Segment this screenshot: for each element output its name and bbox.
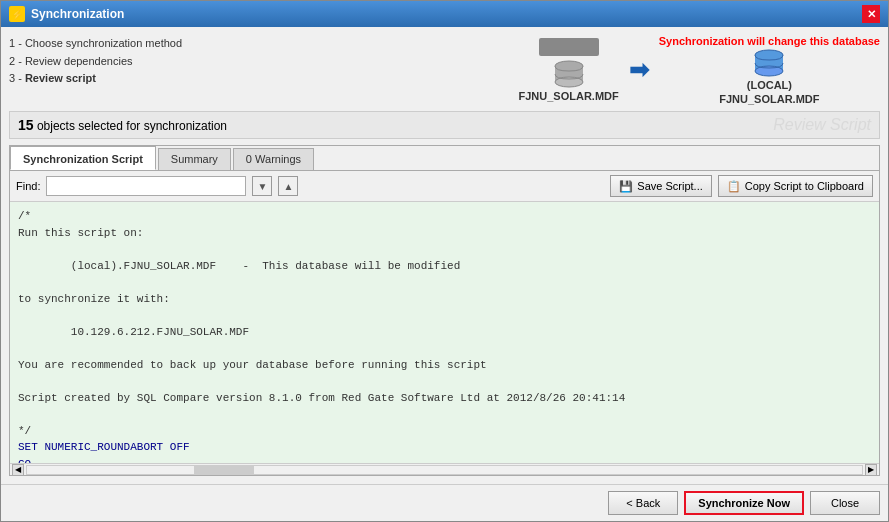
- script-line-15: SET NUMERIC_ROUNDABORT OFF: [18, 439, 871, 456]
- script-line-2: Run this script on:: [18, 225, 871, 242]
- window-icon: ⚡: [9, 6, 25, 22]
- script-line-1: /*: [18, 208, 871, 225]
- step1-label: 1 - Choose synchronization method: [9, 35, 182, 53]
- tab-sync-script[interactable]: Synchronization Script: [10, 146, 156, 170]
- title-bar: ⚡ Synchronization ✕: [1, 1, 888, 27]
- close-window-button[interactable]: ✕: [862, 5, 880, 23]
- target-db-name: FJNU_SOLAR.MDF: [719, 93, 819, 105]
- tabs-container: Synchronization Script Summary 0 Warning…: [9, 145, 880, 476]
- save-icon: 💾: [619, 180, 633, 193]
- back-button[interactable]: < Back: [608, 491, 678, 515]
- scroll-right-btn[interactable]: ▶: [865, 464, 877, 476]
- step2-label: 2 - Review dependencies: [9, 53, 182, 71]
- script-wrapper: /* Run this script on: (local).FJNU_SOLA…: [10, 202, 879, 475]
- steps-text: 1 - Choose synchronization method 2 - Re…: [9, 35, 182, 88]
- sync-warning-block: Synchronization will change this databas…: [659, 35, 880, 47]
- script-line-14: */: [18, 423, 871, 440]
- tab-warnings[interactable]: 0 Warnings: [233, 148, 314, 170]
- step3-label: 3 - Review script: [9, 70, 182, 88]
- target-db-info: Synchronization will change this databas…: [659, 35, 880, 105]
- synchronize-button[interactable]: Synchronize Now: [684, 491, 804, 515]
- sync-arrow-icon: ➡: [629, 56, 649, 84]
- script-line-3: [18, 241, 871, 258]
- window-content: 1 - Choose synchronization method 2 - Re…: [1, 27, 888, 484]
- scroll-left-btn[interactable]: ◀: [12, 464, 24, 476]
- script-line-4: (local).FJNU_SOLAR.MDF - This database w…: [18, 258, 871, 275]
- review-script-watermark: Review Script: [773, 116, 871, 134]
- horizontal-scrollbar[interactable]: ◀ ▶: [10, 463, 879, 475]
- window-title: Synchronization: [31, 7, 124, 21]
- script-line-9: [18, 340, 871, 357]
- script-line-6: to synchronize it with:: [18, 291, 871, 308]
- sync-warning-text: Synchronization will change this databas…: [659, 35, 880, 47]
- script-line-12: Script created by SQL Compare version 8.…: [18, 390, 871, 407]
- find-next-button[interactable]: ▼: [252, 176, 272, 196]
- objects-text: objects selected for synchronization: [34, 119, 227, 133]
- source-db-censored: [539, 38, 599, 56]
- nav-down-icon: ▼: [258, 181, 268, 192]
- script-line-16: GO: [18, 456, 871, 464]
- steps-row: 1 - Choose synchronization method 2 - Re…: [9, 35, 880, 105]
- target-db-icon: [753, 49, 785, 77]
- tab-summary[interactable]: Summary: [158, 148, 231, 170]
- find-label: Find:: [16, 180, 40, 192]
- sync-info: FJNU_SOLAR.MDF ➡ Synchronization will ch…: [518, 35, 880, 105]
- script-line-7: [18, 307, 871, 324]
- scroll-thumb: [194, 466, 254, 474]
- objects-count: 15: [18, 117, 34, 133]
- nav-up-icon: ▲: [284, 181, 294, 192]
- script-line-5: [18, 274, 871, 291]
- source-db-info: FJNU_SOLAR.MDF: [518, 38, 618, 102]
- source-db-name: FJNU_SOLAR.MDF: [518, 90, 618, 102]
- script-line-10: You are recommended to back up your data…: [18, 357, 871, 374]
- title-bar-left: ⚡ Synchronization: [9, 6, 124, 22]
- synchronization-window: ⚡ Synchronization ✕ 1 - Choose synchroni…: [0, 0, 889, 522]
- copy-script-button[interactable]: 📋 Copy Script to Clipboard: [718, 175, 873, 197]
- find-prev-button[interactable]: ▲: [278, 176, 298, 196]
- script-line-8: 10.129.6.212.FJNU_SOLAR.MDF: [18, 324, 871, 341]
- bottom-bar: < Back Synchronize Now Close: [1, 484, 888, 521]
- step3-prefix: 3 -: [9, 72, 25, 84]
- script-scroll-area[interactable]: /* Run this script on: (local).FJNU_SOLA…: [10, 202, 879, 463]
- close-button[interactable]: Close: [810, 491, 880, 515]
- script-toolbar: Find: ▼ ▲ 💾 Save Script... 📋 Copy Script…: [10, 171, 879, 202]
- script-display: /* Run this script on: (local).FJNU_SOLA…: [10, 202, 879, 463]
- step3-bold: Review script: [25, 72, 96, 84]
- find-input[interactable]: [46, 176, 246, 196]
- objects-bar: 15 objects selected for synchronization …: [9, 111, 880, 139]
- objects-count-text: 15 objects selected for synchronization: [18, 117, 227, 133]
- copy-icon: 📋: [727, 180, 741, 193]
- script-line-11: [18, 373, 871, 390]
- tabs-bar: Synchronization Script Summary 0 Warning…: [10, 146, 879, 171]
- save-script-button[interactable]: 💾 Save Script...: [610, 175, 711, 197]
- script-line-13: [18, 406, 871, 423]
- source-db-icon: [553, 60, 585, 88]
- target-server-name: (LOCAL): [747, 79, 792, 91]
- scroll-track: [26, 465, 863, 475]
